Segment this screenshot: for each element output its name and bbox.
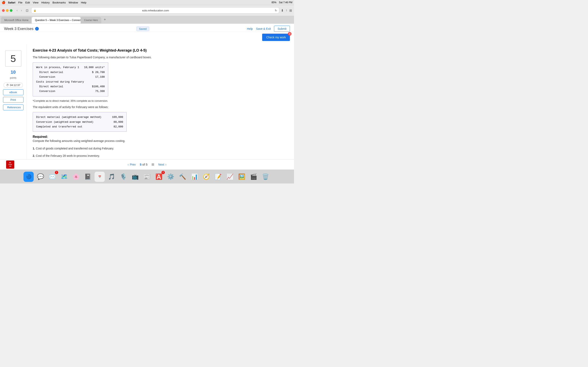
row-value: 10,000 units* [84, 65, 105, 70]
menu-file[interactable]: File [18, 1, 22, 4]
dock-appstore[interactable]: 🅰️ 2 [154, 172, 164, 182]
dock-messages[interactable]: 💬 [35, 172, 45, 182]
table-row: Conversion 75,300 [36, 89, 105, 94]
table-row: Conversion (weighted-average method) 88,… [36, 120, 123, 124]
apple-menu[interactable]: 🍎 [2, 1, 6, 4]
app-name[interactable]: Safari [8, 1, 15, 4]
dock-calendar[interactable]: 📅 [95, 172, 105, 182]
menubar: 🍎 Safari File Edit View History Bookmark… [0, 0, 294, 5]
address-bar[interactable]: 🔒 ezto.mheducation.com ↻ [31, 7, 279, 13]
print-button[interactable]: Print [3, 97, 24, 103]
dock-mail[interactable]: ✉️ 1 [47, 172, 57, 182]
next-button[interactable]: Next › [158, 163, 166, 166]
excel-icon: 📈 [226, 173, 233, 180]
exercise-title: Exercise 4-23 Analysis of Total Costs; W… [33, 48, 288, 53]
tv-icon: 📺 [132, 173, 139, 180]
close-button[interactable] [2, 9, 5, 12]
dock-trash[interactable]: 🗑️ [260, 172, 270, 182]
required-item-1: 1. Cost of goods completed and transferr… [33, 146, 288, 151]
reload-button[interactable]: ↻ [275, 9, 277, 12]
references-button[interactable]: References [3, 104, 24, 110]
row-label: Costs incurred during February [36, 80, 84, 84]
tab-microsoft-office[interactable]: Microsoft Office Home [1, 17, 32, 24]
mcgraw-logo: McGrawHill [6, 160, 14, 169]
dock-photos[interactable]: 🌸 [71, 172, 81, 182]
word-icon: 📝 [215, 173, 222, 180]
browser-tabs: Microsoft Office Home Question 5 – Week … [0, 16, 294, 24]
page-header-bar: Week 3 Exercises i Saved Help Save & Exi… [0, 24, 294, 32]
new-tab-button[interactable]: ⊞ [289, 8, 292, 12]
menu-bookmarks[interactable]: Bookmarks [52, 1, 66, 4]
save-exit-button[interactable]: Save & Exit [256, 27, 271, 30]
dock: 🔵 💬 ✉️ 1 🗺️ 🌸 📓 📅 🎵 🎙️ 📺 📰 🅰️ 2 ⚙️ 🔨 📊 [0, 169, 294, 184]
mail-badge: 1 [55, 171, 58, 174]
appstore-badge: 2 [162, 171, 165, 174]
menu-view[interactable]: View [33, 1, 39, 4]
menu-help[interactable]: Help [81, 1, 86, 4]
next-label: Next [158, 163, 164, 166]
table-row: Costs incurred during February [36, 80, 105, 84]
row-label: Completed and transferred out [36, 124, 82, 129]
row-label: Conversion (weighted-average method) [36, 120, 94, 124]
intro-text: The following data pertain to Tulsa Pape… [33, 55, 288, 59]
finder-icon: 🔵 [26, 174, 31, 179]
xcode-icon: 🔨 [179, 173, 186, 180]
tab-label: Microsoft Office Home [4, 19, 28, 22]
traffic-lights [2, 9, 12, 12]
dock-maps[interactable]: 🗺️ [59, 172, 69, 182]
ebook-button[interactable]: eBook [3, 89, 24, 95]
next-arrow-icon: › [165, 163, 166, 166]
dock-podcasts[interactable]: 🎙️ [118, 172, 129, 182]
share-button[interactable]: ↑ [286, 8, 287, 12]
timer-icon: ⏱ [6, 83, 9, 87]
menu-edit[interactable]: Edit [25, 1, 30, 4]
dock-excel[interactable]: 📈 [225, 172, 235, 182]
dock-xcode[interactable]: 🔨 [177, 172, 188, 182]
dock-music[interactable]: 🎵 [106, 172, 117, 182]
dock-notes[interactable]: 📓 [83, 172, 93, 182]
messages-icon: 💬 [37, 173, 44, 180]
dock-news[interactable]: 📰 [142, 172, 152, 182]
required-intro: Compute the following amounts using weig… [33, 139, 288, 143]
table-row: Direct material $ 20,700 [36, 70, 105, 75]
dock-preview[interactable]: 🖼️ [237, 172, 247, 182]
news-icon: 📰 [144, 173, 151, 180]
check-work-button[interactable]: Check my work 4 [262, 34, 290, 41]
row-value: 88,000 [113, 120, 123, 124]
dock-safari[interactable]: 🧭 [201, 172, 211, 182]
dock-finder[interactable]: 🔵 [24, 172, 34, 182]
prev-button[interactable]: ‹ Prev [128, 163, 136, 166]
back-button[interactable]: ‹ [16, 8, 18, 13]
tab-course-hero[interactable]: Course Hero [81, 17, 101, 24]
page-indicator: 5 of 5 [140, 163, 148, 166]
equiv-units-intro: The equivalent units of activity for Feb… [33, 105, 288, 109]
dock-finalcut[interactable]: 🎬 [249, 172, 259, 182]
menu-window[interactable]: Window [69, 1, 78, 4]
dock-tv[interactable]: 📺 [130, 172, 140, 182]
dock-powerpoint[interactable]: 📊 [189, 172, 199, 182]
info-icon[interactable]: i [35, 27, 39, 31]
tab-label: Question 5 – Week 3 Exercises – Connect [35, 19, 81, 22]
music-icon: 🎵 [108, 173, 115, 180]
total-pages: 5 [146, 163, 147, 166]
powerpoint-icon: 📊 [191, 173, 198, 180]
menu-history[interactable]: History [41, 1, 49, 4]
sidebar-toggle[interactable]: ⊡ [25, 8, 30, 13]
tab-connect[interactable]: Question 5 – Week 3 Exercises – Connect [32, 17, 81, 24]
download-button[interactable]: ⬇ [281, 8, 284, 12]
forward-button[interactable]: › [20, 8, 23, 13]
browser-actions: ⬇ ↑ ⊞ [281, 8, 292, 12]
trash-icon: 🗑️ [262, 173, 269, 180]
help-button[interactable]: Help [247, 27, 253, 30]
submit-button[interactable]: Submit [274, 26, 290, 32]
footnote: *Complete as to direct material; 35% com… [33, 99, 288, 102]
new-tab-plus[interactable]: + [102, 17, 108, 22]
minimize-button[interactable] [6, 9, 9, 12]
dock-systemprefs[interactable]: ⚙️ [165, 172, 176, 182]
maximize-button[interactable] [10, 9, 12, 12]
grid-view-icon[interactable]: ⊞ [151, 162, 154, 166]
row-label: Direct material [36, 84, 63, 89]
timer: ⏱ 04:12:37 [3, 83, 23, 88]
content-with-sidebar: 5 10 points ⏱ 04:12:37 eBook Print Refer… [0, 44, 294, 159]
dock-word[interactable]: 📝 [213, 172, 223, 182]
